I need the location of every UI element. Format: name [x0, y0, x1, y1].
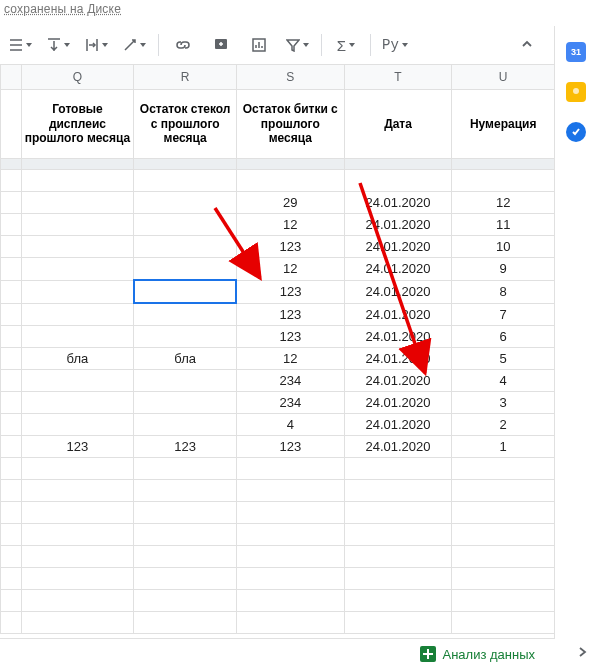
cell[interactable] [236, 568, 344, 590]
cell[interactable] [21, 170, 134, 192]
cell[interactable]: 24.01.2020 [344, 370, 452, 392]
cell[interactable] [134, 502, 237, 524]
header-cell[interactable]: Готовые дисплеис прошлого месяца [21, 90, 134, 159]
valign-button[interactable] [40, 31, 76, 59]
cell[interactable] [344, 502, 452, 524]
row-header[interactable] [1, 436, 22, 458]
cell[interactable]: 7 [452, 303, 555, 326]
cell[interactable] [21, 524, 134, 546]
cell[interactable]: 123 [134, 436, 237, 458]
col-header[interactable]: S [236, 65, 344, 90]
cell[interactable] [344, 524, 452, 546]
cell[interactable] [236, 170, 344, 192]
cell[interactable]: 12 [236, 214, 344, 236]
cell[interactable] [452, 480, 555, 502]
tasks-addon-button[interactable] [566, 122, 586, 142]
col-header[interactable]: Q [21, 65, 134, 90]
cell[interactable] [21, 236, 134, 258]
cell[interactable] [134, 280, 237, 303]
cell[interactable] [134, 546, 237, 568]
cell[interactable] [21, 502, 134, 524]
cell[interactable] [134, 612, 237, 634]
col-header[interactable]: T [344, 65, 452, 90]
rotate-button[interactable] [116, 31, 152, 59]
cell[interactable] [452, 546, 555, 568]
insert-link-button[interactable] [165, 31, 201, 59]
cell[interactable] [344, 568, 452, 590]
cell[interactable] [134, 590, 237, 612]
cell[interactable] [21, 612, 134, 634]
header-cell[interactable]: Дата [344, 90, 452, 159]
cell[interactable] [134, 458, 237, 480]
row-header[interactable] [1, 170, 22, 192]
filter-button[interactable] [279, 31, 315, 59]
cell[interactable]: 12 [452, 192, 555, 214]
row-header[interactable] [1, 303, 22, 326]
cell[interactable] [21, 458, 134, 480]
cell[interactable] [134, 303, 237, 326]
cell[interactable]: 123 [236, 280, 344, 303]
cell[interactable]: бла [134, 348, 237, 370]
cell[interactable] [344, 546, 452, 568]
cell[interactable]: 3 [452, 392, 555, 414]
header-cell[interactable]: Нумерация [452, 90, 555, 159]
cell[interactable]: 24.01.2020 [344, 392, 452, 414]
cell[interactable] [134, 480, 237, 502]
script-button[interactable]: Py [377, 31, 413, 59]
cell[interactable] [452, 524, 555, 546]
cell[interactable] [134, 524, 237, 546]
cell[interactable]: 24.01.2020 [344, 303, 452, 326]
cell[interactable]: 24.01.2020 [344, 436, 452, 458]
cell[interactable] [21, 258, 134, 281]
explore-button[interactable]: Анализ данных [412, 644, 543, 664]
cell[interactable]: 4 [452, 370, 555, 392]
cell[interactable]: 8 [452, 280, 555, 303]
corner-cell[interactable] [1, 65, 22, 90]
cell[interactable] [1, 590, 22, 612]
cell[interactable]: 24.01.2020 [344, 414, 452, 436]
cell[interactable] [1, 612, 22, 634]
cell[interactable] [21, 326, 134, 348]
cell[interactable]: 5 [452, 348, 555, 370]
row-header[interactable] [1, 348, 22, 370]
keep-addon-button[interactable] [566, 82, 586, 102]
cell[interactable]: 12 [236, 258, 344, 281]
cell[interactable] [236, 458, 344, 480]
cell[interactable] [452, 612, 555, 634]
cell[interactable] [21, 192, 134, 214]
cell[interactable] [344, 612, 452, 634]
row-header[interactable] [1, 392, 22, 414]
cell[interactable] [134, 236, 237, 258]
cell[interactable]: 2 [452, 414, 555, 436]
cell[interactable]: 123 [236, 436, 344, 458]
wrap-button[interactable] [78, 31, 114, 59]
cell[interactable]: 11 [452, 214, 555, 236]
row-header[interactable] [1, 258, 22, 281]
cell[interactable] [344, 458, 452, 480]
cell[interactable] [1, 480, 22, 502]
insert-chart-button[interactable] [241, 31, 277, 59]
cell[interactable] [1, 502, 22, 524]
cell[interactable] [344, 590, 452, 612]
cell[interactable]: 24.01.2020 [344, 236, 452, 258]
row-header[interactable] [1, 326, 22, 348]
cell[interactable] [21, 280, 134, 303]
save-status-text[interactable]: сохранены на Диске [0, 0, 125, 18]
cells-table[interactable]: Q R S T U Готовые дисплеис прошлого меся… [0, 64, 555, 634]
cell[interactable] [21, 370, 134, 392]
show-sidepanel-button[interactable] [577, 645, 587, 659]
cell[interactable] [134, 414, 237, 436]
cell[interactable]: бла [21, 348, 134, 370]
cell[interactable]: 123 [236, 326, 344, 348]
cell[interactable] [236, 590, 344, 612]
cell[interactable]: 123 [236, 303, 344, 326]
cell[interactable]: 123 [236, 236, 344, 258]
cell[interactable] [236, 480, 344, 502]
cell[interactable]: 6 [452, 326, 555, 348]
row-header[interactable] [1, 414, 22, 436]
header-cell[interactable]: Остаток битки с прошлого месяца [236, 90, 344, 159]
cell[interactable]: 24.01.2020 [344, 192, 452, 214]
cell[interactable] [21, 590, 134, 612]
cell[interactable] [134, 392, 237, 414]
cell[interactable]: 24.01.2020 [344, 348, 452, 370]
